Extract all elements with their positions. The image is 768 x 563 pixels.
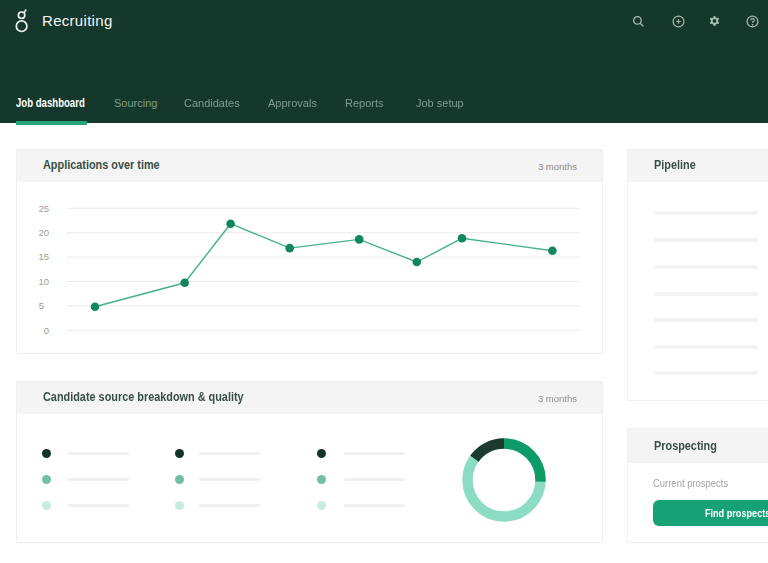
svg-text:10: 10 [38, 276, 49, 287]
svg-text:0: 0 [44, 325, 49, 336]
svg-text:15: 15 [38, 251, 49, 262]
svg-text:20: 20 [38, 227, 49, 238]
svg-text:25: 25 [38, 203, 49, 214]
svg-text:5: 5 [39, 300, 44, 311]
